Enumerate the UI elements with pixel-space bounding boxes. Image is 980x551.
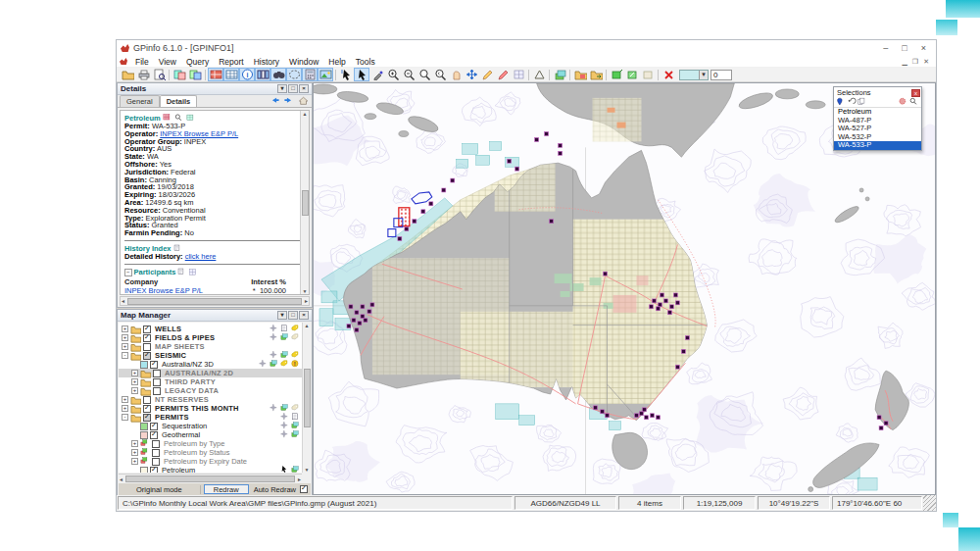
expand-icon[interactable]: + <box>131 440 138 447</box>
layers-icon[interactable] <box>280 404 290 413</box>
layer-checkbox[interactable] <box>143 405 151 413</box>
panel-maximize-button[interactable]: □ <box>288 84 298 93</box>
map-viewport[interactable]: Selections x PetroleumWA-487-PWA-527-PWA… <box>313 82 936 495</box>
details-vertical-scrollbar[interactable]: ▲▼ <box>300 111 309 294</box>
export-map-button[interactable] <box>187 68 203 81</box>
tag-icon[interactable] <box>291 325 301 333</box>
expand-icon[interactable]: + <box>122 343 128 350</box>
layer-sequestration[interactable]: Sequestration <box>119 422 311 430</box>
wand-icon[interactable] <box>270 404 279 413</box>
original-mode-button[interactable]: Original mode <box>119 485 201 494</box>
layer-checkbox[interactable] <box>152 458 160 466</box>
find-button[interactable] <box>270 68 286 81</box>
participants-page-icon[interactable] <box>177 268 186 276</box>
panel-close-button[interactable]: × <box>299 84 309 93</box>
layer-checkbox[interactable] <box>150 423 158 430</box>
panel-close-button[interactable]: × <box>299 311 309 320</box>
wand-icon[interactable] <box>259 360 269 369</box>
layer-checkbox[interactable] <box>150 431 158 439</box>
edit-selection-button[interactable] <box>624 68 640 81</box>
zoom-in-button[interactable] <box>385 68 401 81</box>
zoom-window-button[interactable] <box>416 68 432 81</box>
layer-checkbox[interactable] <box>152 449 160 457</box>
save-gmp-button[interactable] <box>588 68 604 81</box>
selections-close-button[interactable]: x <box>911 89 920 97</box>
expand-icon[interactable]: + <box>131 458 138 465</box>
undo-icon[interactable] <box>847 97 857 107</box>
maximize-button[interactable]: □ <box>902 43 906 53</box>
menu-file[interactable]: File <box>130 57 154 67</box>
wand-icon[interactable] <box>270 325 279 333</box>
zoom-previous-button[interactable] <box>432 68 448 81</box>
mdi-document-icon[interactable] <box>120 58 127 65</box>
layer-checkbox[interactable] <box>150 467 158 474</box>
layer-fields-pipes[interactable]: +FIELDS & PIPES <box>119 333 311 342</box>
zoom-to-selection-icon[interactable] <box>909 97 919 107</box>
tree-vertical-scrollbar[interactable]: ▲▼ <box>302 323 311 473</box>
layer-checkbox[interactable] <box>153 370 161 377</box>
identify-button[interactable]: i <box>239 68 255 81</box>
open-button[interactable] <box>120 68 135 81</box>
layer-petroleum-by-status[interactable]: +Petroleum by Status <box>119 448 311 457</box>
draw-button[interactable] <box>495 68 511 81</box>
copy-map-button[interactable] <box>172 68 187 81</box>
wand-icon[interactable] <box>270 351 279 360</box>
measure-button[interactable] <box>479 68 495 81</box>
profile-button[interactable] <box>531 68 547 81</box>
tab-details[interactable]: Details <box>160 95 198 107</box>
layer-checkbox[interactable] <box>143 414 151 422</box>
layer-checkbox[interactable] <box>152 440 160 448</box>
expand-icon[interactable]: + <box>122 396 128 403</box>
layer-petroleum-by-expiry-date[interactable]: +Petroleum by Expiry Date <box>119 457 311 466</box>
page-icon[interactable] <box>280 325 290 333</box>
expand-icon[interactable]: + <box>122 326 128 332</box>
cursor-icon[interactable] <box>280 466 290 473</box>
layer-checkbox[interactable] <box>143 352 151 360</box>
attribute-table-button[interactable] <box>255 68 270 81</box>
layer-checkbox[interactable] <box>150 361 158 369</box>
tab-general[interactable]: General <box>120 95 160 107</box>
redraw-button[interactable]: Redraw <box>204 484 249 494</box>
navigate-button[interactable] <box>464 68 479 81</box>
pan-button[interactable] <box>448 68 464 81</box>
menu-help[interactable]: Help <box>323 57 350 67</box>
print-button[interactable] <box>135 68 151 81</box>
layers-icon[interactable] <box>291 422 301 430</box>
selection-mode-button[interactable] <box>640 68 656 81</box>
highlight-icon[interactable] <box>899 97 908 107</box>
details-horizontal-scrollbar[interactable]: ◄► <box>120 296 310 306</box>
layers-icon[interactable] <box>280 333 290 342</box>
mdi-close-button[interactable]: ✕ <box>923 58 929 66</box>
wand-icon[interactable] <box>280 413 290 422</box>
pointer-button[interactable] <box>354 68 369 81</box>
resize-grip[interactable] <box>923 495 936 511</box>
menu-report[interactable]: Report <box>214 57 249 67</box>
expand-icon[interactable]: + <box>131 378 138 385</box>
menu-query[interactable]: Query <box>181 57 214 67</box>
clear-selection-button[interactable] <box>661 68 676 81</box>
layers-icon[interactable] <box>280 351 290 360</box>
layer-checkbox[interactable] <box>143 326 151 333</box>
expand-icon[interactable]: + <box>131 449 138 456</box>
expand-icon[interactable]: + <box>122 334 128 341</box>
tree-horizontal-scrollbar[interactable]: ◄► <box>119 474 302 483</box>
layer-checkbox[interactable] <box>153 378 161 386</box>
back-icon[interactable] <box>269 96 280 106</box>
layer-petroleum[interactable]: Petroleum <box>119 466 311 473</box>
add-selection-button[interactable] <box>609 68 624 81</box>
tag-icon[interactable] <box>291 404 301 413</box>
map-window-button[interactable] <box>208 68 223 81</box>
expand-icon[interactable]: + <box>131 387 138 394</box>
layers-icon[interactable] <box>291 430 301 439</box>
mdi-restore-button[interactable]: ❐ <box>912 58 918 66</box>
tag-icon[interactable] <box>291 333 301 342</box>
wand-icon[interactable] <box>270 333 279 342</box>
print-preview-button[interactable] <box>151 68 167 81</box>
menu-history[interactable]: History <box>249 57 284 67</box>
layer-permits[interactable]: -PERMITS <box>119 413 311 422</box>
layer-control-button[interactable] <box>552 68 567 81</box>
menu-window[interactable]: Window <box>284 57 323 67</box>
page-icon[interactable] <box>291 413 301 422</box>
participants-collapse[interactable]: − <box>124 268 132 276</box>
select-shape-button[interactable] <box>286 68 302 81</box>
